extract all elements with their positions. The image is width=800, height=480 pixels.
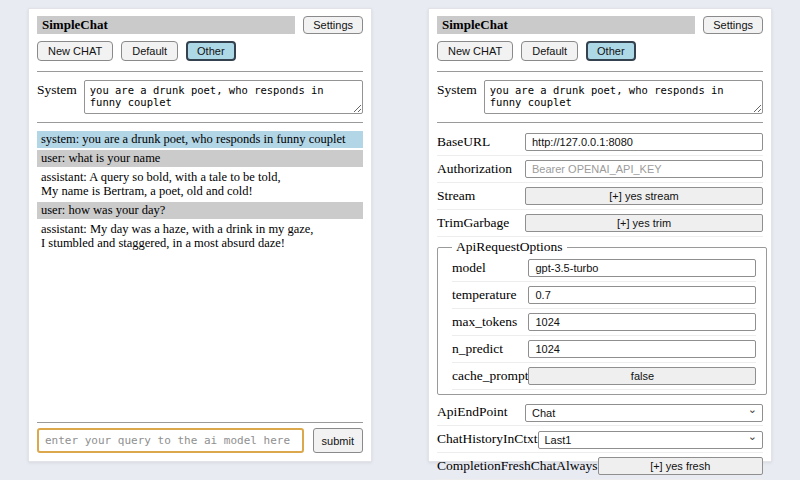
setting-row-n-predict: n_predict <box>452 337 756 363</box>
chat-message: user: what is your name <box>37 150 363 167</box>
query-row: submit <box>37 428 363 453</box>
setting-row-completion-fresh: CompletionFreshChatAlways [+] yes fresh <box>437 454 763 480</box>
setting-label: ApiEndPoint <box>437 404 525 420</box>
select-wrap: Last1 ⌄ <box>538 430 764 448</box>
model-input[interactable] <box>528 259 756 277</box>
trim-garbage-toggle-button[interactable]: [+] yes trim <box>525 214 763 232</box>
session-button-default[interactable]: Default <box>121 41 178 61</box>
chat-message: assistant: A query so bold, with a tale … <box>37 169 363 200</box>
titlebar: SimpleChat Settings <box>37 16 363 34</box>
chat-panel: SimpleChat Settings New CHAT Default Oth… <box>28 8 372 462</box>
divider <box>37 71 363 72</box>
divider <box>37 122 363 123</box>
api-endpoint-select[interactable]: Chat <box>525 404 763 422</box>
fieldset-legend: ApiRequestOptions <box>452 239 567 255</box>
divider <box>437 71 763 72</box>
session-button-other[interactable]: Other <box>586 41 636 61</box>
setting-label: max_tokens <box>452 314 528 330</box>
api-request-options-fieldset: ApiRequestOptions model temperature max_… <box>437 239 767 395</box>
settings-panel: SimpleChat Settings New CHAT Default Oth… <box>428 8 772 462</box>
session-toolbar: New CHAT Default Other <box>37 41 363 61</box>
setting-label: Stream <box>437 188 525 204</box>
setting-row-baseurl: BaseURL <box>437 130 763 156</box>
session-button-default[interactable]: Default <box>521 41 578 61</box>
system-prompt-input[interactable]: you are a drunk poet, who responds in fu… <box>484 80 763 114</box>
system-label: System <box>437 80 477 114</box>
setting-row-cache-prompt: cache_prompt false <box>452 364 756 390</box>
setting-row-model: model <box>452 256 756 282</box>
cache-prompt-toggle-button[interactable]: false <box>528 367 756 385</box>
divider <box>37 422 363 423</box>
session-toolbar: New CHAT Default Other <box>437 41 763 61</box>
chat-history-select[interactable]: Last1 <box>538 431 764 449</box>
setting-label: CompletionFreshChatAlways <box>437 458 598 474</box>
system-label: System <box>37 80 77 114</box>
setting-row-stream: Stream [+] yes stream <box>437 184 763 210</box>
setting-row-max-tokens: max_tokens <box>452 310 756 336</box>
n-predict-input[interactable] <box>528 340 756 358</box>
chat-messages: system: you are a drunk poet, who respon… <box>37 131 363 254</box>
page-title: SimpleChat <box>437 16 695 34</box>
max-tokens-input[interactable] <box>528 313 756 331</box>
system-prompt-input[interactable]: you are a drunk poet, who responds in fu… <box>84 80 363 114</box>
submit-button[interactable]: submit <box>313 428 363 453</box>
temperature-input[interactable] <box>528 286 756 304</box>
setting-row-trimgarbage: TrimGarbage [+] yes trim <box>437 211 763 237</box>
setting-label: temperature <box>452 287 528 303</box>
setting-label: BaseURL <box>437 134 525 150</box>
stream-toggle-button[interactable]: [+] yes stream <box>525 187 763 205</box>
setting-label: cache_prompt <box>452 368 528 384</box>
settings-button[interactable]: Settings <box>703 16 763 34</box>
select-wrap: Chat ⌄ <box>525 403 763 421</box>
chat-message: system: you are a drunk poet, who respon… <box>37 131 363 148</box>
setting-label: n_predict <box>452 341 528 357</box>
settings-button[interactable]: Settings <box>303 16 363 34</box>
setting-row-temperature: temperature <box>452 283 756 309</box>
setting-label: TrimGarbage <box>437 215 525 231</box>
page: SimpleChat Settings New CHAT Default Oth… <box>0 0 800 462</box>
setting-label: ChatHistoryInCtxt <box>437 431 538 447</box>
session-button-other[interactable]: Other <box>186 41 236 61</box>
completion-fresh-toggle-button[interactable]: [+] yes fresh <box>598 457 764 475</box>
query-input[interactable] <box>37 428 304 453</box>
chat-message: user: how was your day? <box>37 202 363 219</box>
setting-label: model <box>452 260 528 276</box>
setting-row-authorization: Authorization <box>437 157 763 183</box>
setting-row-chat-history: ChatHistoryInCtxt Last1 ⌄ <box>437 427 763 453</box>
setting-row-api-endpoint: ApiEndPoint Chat ⌄ <box>437 400 763 426</box>
setting-label: Authorization <box>437 161 525 177</box>
baseurl-input[interactable] <box>525 133 763 151</box>
page-title: SimpleChat <box>37 16 295 34</box>
settings-list: BaseURL Authorization Stream [+] yes str… <box>437 130 763 480</box>
system-prompt-row: System you are a drunk poet, who respond… <box>37 80 363 114</box>
titlebar: SimpleChat Settings <box>437 16 763 34</box>
chat-message: assistant: My day was a haze, with a dri… <box>37 221 363 252</box>
new-chat-button[interactable]: New CHAT <box>437 41 513 61</box>
system-prompt-row: System you are a drunk poet, who respond… <box>437 80 763 114</box>
divider <box>437 122 763 123</box>
authorization-input[interactable] <box>525 160 763 178</box>
new-chat-button[interactable]: New CHAT <box>37 41 113 61</box>
